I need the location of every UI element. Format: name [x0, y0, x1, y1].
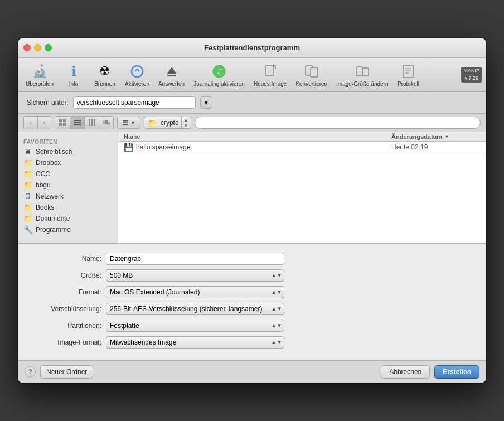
file-list: Name Änderungsdatum ▼ 💾 hallo.sparseimag… — [118, 132, 486, 243]
form-row-name: Name: — [29, 253, 475, 265]
form-area: Name: Größe: 100 MB 250 MB 500 MB 1 GB 2… — [18, 244, 486, 360]
select-verschluesselung[interactable]: keine 128-Bit-AES-Verschlüsselung (schne… — [106, 303, 284, 315]
select-groesse[interactable]: 100 MB 250 MB 500 MB 1 GB 2 GB — [106, 269, 284, 282]
sidebar-item-netzwerk[interactable]: 🖥 Netzwerk — [18, 191, 118, 202]
maximize-button[interactable] — [45, 44, 52, 51]
select-wrap-imageformat: CD/DVD-Master Komprimiertes Image Beschr… — [106, 336, 284, 349]
input-name[interactable] — [106, 253, 284, 265]
protokoll-icon — [399, 62, 417, 80]
svg-rect-5 — [265, 66, 273, 76]
label-groesse: Größe: — [29, 272, 101, 279]
svg-marker-1 — [167, 67, 176, 74]
column-view-button[interactable] — [84, 117, 99, 129]
action-button[interactable]: ▼ — [117, 117, 140, 129]
toolbar-protokoll[interactable]: Protokoll — [394, 61, 423, 88]
back-button[interactable]: ‹ — [24, 117, 37, 129]
sidebar-label-hbgu: hbgu — [36, 181, 51, 189]
list-view-button[interactable] — [70, 117, 84, 129]
save-as-label: Sichern unter: — [27, 99, 69, 107]
sort-arrow: ▼ — [444, 134, 449, 139]
folder-stepper[interactable]: ▲ ▼ — [181, 117, 191, 129]
forward-button[interactable]: › — [37, 117, 51, 129]
sidebar-label-programme: Programme — [36, 226, 71, 234]
sidebar-label-books: Books — [36, 204, 54, 211]
create-button[interactable]: Erstellen — [434, 365, 479, 379]
sidebar-item-books[interactable]: 📁 Books — [18, 202, 118, 213]
toolbar-brennen[interactable]: ☢ Brennen — [90, 61, 119, 88]
svg-rect-11 — [311, 67, 318, 77]
form-row-verschluesselung: Verschlüsselung: keine 128-Bit-AES-Versc… — [29, 303, 475, 315]
info-label: Info — [69, 81, 79, 87]
select-format[interactable]: Mac OS Extended Mac OS Extended (Journal… — [106, 286, 284, 298]
traffic-lights — [23, 44, 52, 51]
sidebar-label-schreibtisch: Schreibtisch — [36, 148, 72, 156]
col-name-header[interactable]: Name — [124, 133, 391, 140]
toolbar: 🔬 Überprüfen ℹ Info ☢ Brennen Aktivieren… — [18, 58, 486, 92]
file-date: Heute 02:19 — [391, 143, 481, 151]
save-as-bar: Sichern unter: ▼ — [18, 92, 486, 114]
svg-rect-29 — [103, 120, 105, 124]
sidebar-item-hbgu[interactable]: 📁 hbgu — [18, 180, 118, 191]
form-row-groesse: Größe: 100 MB 250 MB 500 MB 1 GB 2 GB ▲▼ — [29, 269, 475, 282]
select-wrap-format: Mac OS Extended Mac OS Extended (Journal… — [106, 286, 284, 298]
coverflow-view-button[interactable] — [99, 117, 113, 129]
schreibtisch-icon: 🖥 — [23, 147, 32, 156]
form-row-format: Format: Mac OS Extended Mac OS Extended … — [29, 286, 475, 298]
folder-icon: 📁 — [144, 118, 161, 127]
expand-button[interactable]: ▼ — [200, 96, 212, 109]
label-partitionen: Partitionen: — [29, 322, 101, 330]
sidebar-label-dropbox: Dropbox — [36, 159, 61, 167]
svg-rect-18 — [59, 119, 62, 122]
title-bar: Festplattendienstprogramm — [18, 38, 486, 58]
sidebar-item-programme[interactable]: 🔧 Programme — [18, 224, 118, 235]
ccc-icon: 📁 — [23, 170, 32, 178]
main-content: FAVORITEN 🖥 Schreibtisch 📁 Dropbox 📁 CCC… — [18, 132, 486, 244]
nav-bar: ‹ › ▼ 📁 crypto ▲ ▼ — [18, 114, 486, 132]
toolbar-neues-image[interactable]: Neues Image — [250, 61, 290, 88]
netzwerk-icon: 🖥 — [23, 192, 32, 201]
toolbar-aktivieren[interactable]: Aktivieren — [122, 61, 153, 88]
toolbar-image-groesse[interactable]: Image-Größe ändern — [333, 61, 391, 88]
file-row[interactable]: 💾 hallo.sparseimage Heute 02:19 — [118, 142, 486, 153]
sidebar: FAVORITEN 🖥 Schreibtisch 📁 Dropbox 📁 CCC… — [18, 132, 118, 243]
protokoll-label: Protokoll — [398, 81, 419, 87]
col-date-header[interactable]: Änderungsdatum ▼ — [391, 133, 481, 140]
search-input[interactable] — [195, 117, 481, 129]
form-row-partitionen: Partitionen: Festplatte 1 Partition 2 Pa… — [29, 320, 475, 332]
filename-input[interactable] — [73, 96, 196, 109]
sidebar-item-ccc[interactable]: 📁 CCC — [18, 168, 118, 180]
sidebar-item-dokumente[interactable]: 📁 Dokumente — [18, 213, 118, 224]
toolbar-info[interactable]: ℹ Info — [59, 61, 88, 88]
dokumente-icon: 📁 — [23, 214, 32, 223]
dropbox-icon: 📁 — [23, 158, 32, 167]
new-folder-button[interactable]: Neuer Ordner — [40, 365, 93, 379]
window-title: Festplattendienstprogramm — [204, 43, 300, 52]
sidebar-item-dropbox[interactable]: 📁 Dropbox — [18, 157, 118, 168]
toolbar-auswerfen[interactable]: Auswerfen — [155, 61, 188, 88]
svg-rect-24 — [74, 124, 81, 125]
label-verschluesselung: Verschlüsselung: — [29, 305, 101, 313]
image-groesse-icon — [353, 62, 371, 80]
toolbar-konvertieren[interactable]: Konvertieren — [292, 61, 331, 88]
toolbar-ueberpruefen[interactable]: 🔬 Überprüfen — [22, 61, 57, 88]
select-partitionen[interactable]: Festplatte 1 Partition 2 Partitionen — [106, 320, 284, 332]
toolbar-badge: MANIP v 7.26 — [461, 67, 482, 82]
sidebar-item-schreibtisch[interactable]: 🖥 Schreibtisch — [18, 146, 118, 157]
help-button[interactable]: ? — [25, 366, 36, 378]
neues-image-label: Neues Image — [254, 81, 287, 87]
journaling-icon: J — [210, 62, 228, 80]
svg-rect-14 — [403, 65, 413, 78]
svg-rect-20 — [59, 123, 62, 126]
auswerfen-label: Auswerfen — [158, 81, 185, 87]
label-format: Format: — [29, 288, 101, 296]
svg-text:J: J — [217, 68, 221, 76]
folder-name: crypto — [161, 119, 181, 127]
folder-selector[interactable]: 📁 crypto ▲ ▼ — [144, 117, 191, 129]
toolbar-journaling[interactable]: J Journaling aktivieren — [190, 61, 248, 88]
minimize-button[interactable] — [34, 44, 41, 51]
icon-view-button[interactable] — [55, 117, 70, 129]
svg-rect-28 — [105, 120, 108, 124]
select-imageformat[interactable]: CD/DVD-Master Komprimiertes Image Beschr… — [106, 336, 284, 349]
close-button[interactable] — [23, 44, 31, 51]
cancel-button[interactable]: Abbrechen — [381, 365, 430, 379]
